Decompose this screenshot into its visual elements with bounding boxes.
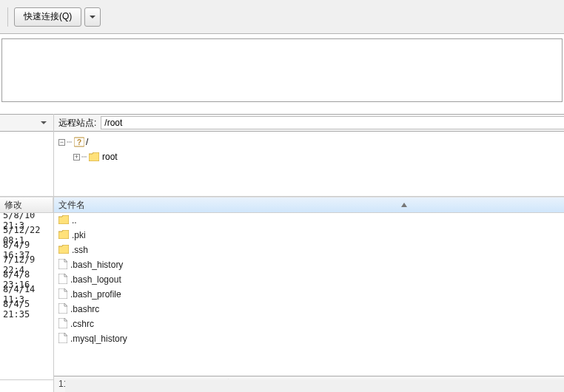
message-log[interactable] bbox=[1, 38, 563, 102]
file-name-text: .ssh bbox=[72, 245, 88, 255]
cell-name: .pki bbox=[54, 230, 564, 241]
remote-file-row[interactable]: .mysql_history6,216MYSQL_H...2018/4/7 23… bbox=[54, 331, 564, 346]
tree-node-root[interactable]: − ┄ ? / bbox=[58, 135, 564, 149]
remote-path-bar: 远程站点: bbox=[54, 114, 564, 132]
remote-directory-tree[interactable]: − ┄ ? / + ┄ root bbox=[54, 132, 564, 197]
remote-pane: 远程站点: − ┄ ? / + ┄ bbox=[53, 114, 564, 392]
local-pane-fragment: 修改 5/8/10 21:35/12/22 08:18/4/9 16:377/1… bbox=[0, 114, 53, 392]
remote-file-header: 文件名 文件大小 文件类型 最近修改 bbox=[54, 197, 564, 213]
file-name-text: .bash_profile bbox=[70, 289, 121, 300]
toolbar-divider bbox=[7, 7, 8, 27]
remote-file-row[interactable]: .bash_profile176BASH_PR...2009/5/20 18..… bbox=[54, 287, 564, 302]
tree-root-label: / bbox=[86, 137, 88, 147]
file-name-text: .mysql_history bbox=[70, 334, 127, 344]
cell-name: .bashrc bbox=[54, 303, 564, 316]
file-name-text: .cshrc bbox=[70, 319, 94, 329]
file-icon bbox=[58, 318, 67, 331]
local-col-modified[interactable]: 修改 bbox=[0, 197, 53, 212]
cell-name: .bash_history bbox=[54, 259, 564, 271]
local-file-list-fragment: 5/8/10 21:35/12/22 08:18/4/9 16:377/12/9… bbox=[0, 213, 53, 379]
file-icon bbox=[58, 288, 67, 301]
local-tree-fragment bbox=[0, 132, 53, 197]
file-icon bbox=[58, 333, 67, 345]
tree-collapse-icon[interactable]: − bbox=[58, 139, 65, 146]
chevron-down-icon bbox=[40, 119, 47, 126]
remote-path-input[interactable] bbox=[101, 116, 564, 129]
file-name-text: .bash_logout bbox=[70, 274, 121, 285]
tree-folder-label: root bbox=[102, 152, 118, 162]
local-file-header: 修改 bbox=[0, 197, 53, 213]
remote-file-row[interactable]: .pki文件夹2018/4/5 3:1... bbox=[54, 228, 564, 243]
local-file-row[interactable]: 8/4/5 21:35 bbox=[0, 302, 53, 317]
local-col-modified-label: 修改 bbox=[4, 199, 22, 212]
remote-file-list[interactable]: ...pki文件夹2018/4/5 3:1....ssh文件夹2018/4/4 … bbox=[54, 213, 564, 376]
quick-connect-button[interactable]: 快速连接(Q) bbox=[14, 7, 81, 27]
bottom-horizontal-scrollbar[interactable] bbox=[65, 379, 564, 392]
tree-connector: ┄ bbox=[67, 137, 73, 147]
cell-name: .cshrc bbox=[54, 318, 564, 331]
file-name-text: .bashrc bbox=[70, 304, 99, 314]
tree-connector: ┄ bbox=[81, 152, 87, 162]
remote-file-row[interactable]: .bashrc176BASHRC ...2004/9/23 11... bbox=[54, 302, 564, 317]
remote-file-row[interactable]: .. bbox=[54, 213, 564, 228]
sort-ascending-icon bbox=[401, 199, 407, 209]
remote-col-name[interactable]: 文件名 bbox=[54, 197, 564, 212]
cell-name: .mysql_history bbox=[54, 333, 564, 345]
svg-text:?: ? bbox=[77, 138, 81, 146]
chevron-down-icon bbox=[89, 13, 96, 21]
file-name-text: .pki bbox=[72, 230, 86, 240]
toolbar: 快速连接(Q) bbox=[0, 0, 564, 34]
remote-file-row[interactable]: .bash_logout18BASH_LO...2009/5/20 18... bbox=[54, 272, 564, 287]
tree-expand-icon[interactable]: + bbox=[73, 154, 80, 160]
remote-file-row[interactable]: .bash_history12,160BASH_HIS...2018/4/23 … bbox=[54, 257, 564, 272]
folder-icon bbox=[58, 215, 69, 226]
cell-name: .bash_profile bbox=[54, 288, 564, 301]
remote-file-row[interactable]: .ssh文件夹2018/4/4 22:... bbox=[54, 243, 564, 257]
cell-name: .. bbox=[54, 215, 564, 226]
folder-icon bbox=[58, 230, 69, 241]
cell-name: .ssh bbox=[54, 245, 564, 256]
remote-col-name-label: 文件名 bbox=[58, 199, 85, 212]
local-horizontal-scrollbar[interactable] bbox=[0, 379, 53, 392]
tree-node-folder[interactable]: + ┄ root bbox=[58, 149, 564, 164]
quick-connect-dropdown-button[interactable] bbox=[84, 7, 101, 27]
file-icon bbox=[58, 274, 67, 286]
folder-icon bbox=[58, 245, 69, 256]
local-path-dropdown[interactable] bbox=[0, 114, 53, 132]
file-icon bbox=[58, 303, 67, 316]
folder-icon bbox=[89, 152, 99, 161]
remote-site-label: 远程站点: bbox=[58, 117, 96, 129]
remote-file-row[interactable]: .cshrc100CSHRC 文件2004/9/23 11... bbox=[54, 317, 564, 331]
file-name-text: .. bbox=[72, 215, 77, 226]
file-icon bbox=[58, 259, 67, 271]
unknown-folder-icon: ? bbox=[74, 137, 84, 147]
cell-name: .bash_logout bbox=[54, 274, 564, 286]
file-name-text: .bash_history bbox=[70, 260, 123, 270]
